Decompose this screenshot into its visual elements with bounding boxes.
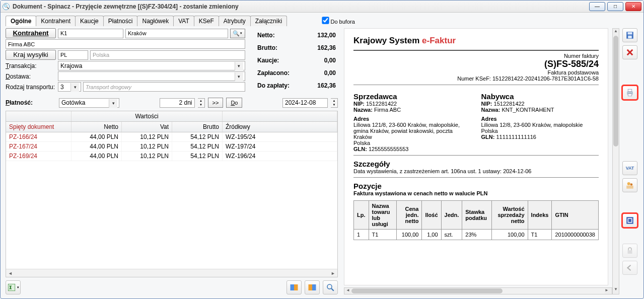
cancel-button[interactable] [622,45,637,59]
chevron-down-icon: ▾ [240,31,242,35]
left-pane: Kontrahent 🔍▾ Kraj wysyłki [6,28,338,294]
tab-ksef[interactable]: KSeF [194,16,219,26]
close-window-button[interactable]: ✕ [625,2,641,11]
col-netto[interactable]: Netto [71,122,122,132]
totals-block: Netto:132,00 Brutto:162,36 Kaucje:0,00 Z… [255,28,338,93]
tab-naglowek[interactable]: Nagłówek [137,16,174,26]
kraj-code-input[interactable] [58,50,88,60]
vat-button[interactable]: VAT [622,161,637,175]
faktura-podtyp: Faktura podstawowa [353,69,599,76]
link-orange-blue-icon [308,283,317,292]
back-button[interactable] [622,261,637,275]
magnifier-icon [326,283,335,292]
svg-point-13 [627,182,630,185]
window: 🔍 Dokument - Spinacz - Przyjęcie zewnętr… [0,0,644,299]
numer-faktury-label: Numer faktury [353,53,599,59]
lock-button[interactable] [622,244,637,258]
terms-spinner[interactable]: ▲▼ [198,98,205,108]
spreadsheet-icon [7,283,16,292]
tabs: Ogólne Kontrahent Kaucje Płatności Nagłó… [6,16,322,26]
tab-atrybuty[interactable]: Atrybuty [219,16,251,26]
print-button[interactable] [622,86,637,100]
pozycje-table: Lp. Nazwa towaru lub usługi Cena jedn. n… [353,200,599,240]
maximize-button[interactable]: □ [607,2,623,11]
kontrahent-code-input[interactable] [58,29,123,38]
grid-body[interactable]: PZ-166/24 44,00 PLN 10,12 PLN 54,12 PLN … [6,132,337,269]
tab-ogolne[interactable]: Ogólne [6,16,36,26]
dostawa-label: Dostawa: [6,73,56,80]
kraj-wysylki-button[interactable]: Kraj wysyłki [6,50,56,60]
platnosc-combo[interactable]: Gotówka [59,98,119,108]
total-brutto: Brutto:162,36 [256,42,337,53]
contacts-button[interactable] [622,178,637,192]
total-kaucje: Kaucje:0,00 [256,54,337,66]
svg-rect-3 [309,284,313,290]
rodzaj-transportu-label: Rodzaj transportu: [6,84,56,91]
col-spiety-dokument[interactable]: Spięty dokument [6,122,71,132]
sprzedawca-block: Sprzedawca NIP: 1512281422 Nazwa: Firma … [353,88,471,152]
close-icon [625,48,634,57]
link-blue-orange-icon [290,283,299,292]
preview-button[interactable] [323,280,338,294]
save-button[interactable] [622,28,637,42]
dostawa-combo[interactable] [58,71,245,81]
kontrahent-city-input[interactable] [125,29,228,38]
do-bufora-checkbox[interactable] [322,17,329,24]
svg-rect-18 [628,219,631,222]
preview-hscroll[interactable]: ◄► [344,287,612,294]
tab-kontrahent[interactable]: Kontrahent [36,16,76,26]
col-zrodlowy[interactable]: Źródłowy [223,122,337,132]
svg-rect-0 [8,284,15,291]
grid-super-header: Wartości [6,111,337,122]
table-row[interactable]: PZ-167/24 44,00 PLN 10,12 PLN 54,12 PLN … [6,142,337,152]
window-title: Dokument - Spinacz - Przyjęcie zewnętrzn… [13,3,589,10]
svg-rect-19 [628,250,632,254]
people-icon [625,181,634,190]
kontrahent-name-input[interactable] [6,39,245,49]
link-a-button[interactable] [287,280,302,294]
table-row[interactable]: PZ-169/24 44,00 PLN 10,12 PLN 54,12 PLN … [6,152,337,161]
date-spinner[interactable]: ▲▼ [331,98,338,108]
col-vat[interactable]: Vat [122,122,172,132]
ksef-stamp-button[interactable] [622,213,637,228]
export-xls-button[interactable]: ▾ [6,280,21,294]
chevron-down-icon: ▾ [17,285,19,289]
szczegoly-text: Data wystawienia, z zastrzeżeniem art. 1… [353,168,599,174]
tab-platnosci[interactable]: Płatności [103,16,138,26]
tab-vat[interactable]: VAT [173,16,194,26]
minimize-button[interactable]: — [589,2,605,11]
total-dozaplaty: Do zapłaty:162,36 [256,80,337,92]
col-brutto[interactable]: Brutto [172,122,223,132]
tab-kaucje[interactable]: Kaucje [75,16,104,26]
transakcja-combo[interactable]: Krajowa [58,61,245,70]
vat-icon: VAT [626,166,634,171]
tab-zalaczniki[interactable]: Załączniki [250,16,287,26]
link-b-button[interactable] [305,280,320,294]
pozycje-title: Pozycje [353,182,599,190]
numer-faktury-value: (S)FS-585/24 [353,59,599,69]
advance-button[interactable]: >> [208,98,224,108]
kontrahent-button[interactable]: Kontrahent [6,28,56,38]
do-button[interactable]: Do [226,98,242,108]
payment-date-field[interactable]: 2024-12-08 [282,98,328,108]
do-bufora-toggle[interactable]: Do bufora [322,17,355,25]
svg-rect-2 [294,284,298,290]
kontrahent-search-button[interactable]: 🔍▾ [230,29,245,38]
floppy-icon [625,31,634,40]
payment-row: Płatność: Gotówka 2 dni ▲▼ >> Do 2024-12… [6,98,338,108]
pozycje-subtitle: Faktura wystawiona w cenach netto w walu… [353,190,599,196]
table-row[interactable]: PZ-166/24 44,00 PLN 10,12 PLN 54,12 PLN … [6,132,337,142]
kraj-name-input[interactable] [90,50,245,60]
grid-hscroll[interactable]: ◄► [6,269,337,277]
ksef-preview: Krajowy System e-Faktur Numer faktury (S… [344,28,608,285]
transakcja-label: Transakcja: [6,62,56,69]
terms-field[interactable]: 2 dni [160,98,195,108]
svg-point-5 [327,284,332,289]
pozycje-row: 1 T1 100,00 1,00 szt. 23% 100,00 T1 2010… [354,230,599,240]
rodzaj-code-combo[interactable]: 3 [58,82,81,92]
total-zaplacono: Zapłacono:0,00 [256,67,337,79]
svg-rect-11 [628,89,632,92]
preview-vscroll[interactable]: ▲▼ [612,28,619,294]
nabywca-block: Nabywca NIP: 1512281422 Nazwa: KNT_KONTR… [481,88,599,152]
rodzaj-name-input [83,82,245,92]
